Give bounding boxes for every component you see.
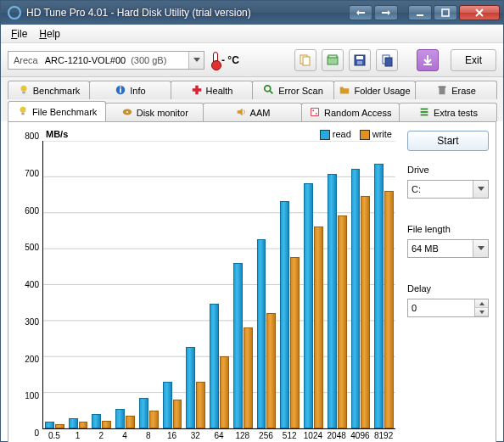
tab-error-scan[interactable]: Error Scan — [252, 81, 334, 99]
svg-rect-11 — [385, 58, 392, 66]
svg-line-21 — [270, 90, 273, 93]
drive-size: (300 gB) — [127, 55, 170, 65]
menubar: File Help — [1, 25, 503, 43]
spinner-down-icon[interactable] — [475, 308, 488, 316]
app-icon — [8, 6, 21, 20]
tab-row-2: File BenchmarkDisk monitorAAMRandom Acce… — [1, 99, 503, 121]
bar-read — [45, 422, 54, 428]
tab-folder-usage[interactable]: Folder Usage — [333, 81, 416, 99]
drive-model: ARC-1210-VOL#00 — [43, 55, 127, 65]
svg-rect-6 — [328, 55, 337, 58]
bar-read — [186, 347, 195, 428]
dice-icon — [309, 106, 321, 120]
svg-point-27 — [126, 111, 128, 113]
toolbar: Areca ARC-1210-VOL#00 (300 gB) - °C Exit — [1, 43, 503, 77]
tab-label: Random Access — [324, 108, 391, 118]
spinner-buttons[interactable] — [474, 299, 488, 316]
chart-ylabel: MB/s — [46, 129, 68, 139]
tab-info[interactable]: Info — [89, 81, 171, 99]
drive-select[interactable]: Areca ARC-1210-VOL#00 (300 gB) — [8, 51, 204, 70]
exit-label: Exit — [465, 54, 482, 66]
copy-info-button[interactable] — [294, 49, 316, 71]
speaker-icon — [235, 106, 247, 120]
chart-controls: Start Drive C: File length 64 MB Delay 0 — [407, 129, 489, 442]
folder-icon — [339, 84, 350, 98]
tab-label: Disk monitor — [137, 108, 188, 118]
drive-dropdown[interactable]: C: — [407, 180, 489, 199]
tab-label: AAM — [250, 108, 271, 118]
tab-extra-tests[interactable]: Extra tests — [399, 103, 497, 121]
tab-label: Info — [130, 86, 145, 96]
bar-read — [233, 263, 243, 429]
bar-write — [244, 327, 253, 428]
svg-rect-16 — [120, 88, 121, 92]
tab-benchmark[interactable]: Benchmark — [8, 81, 90, 99]
chart-plot — [42, 141, 395, 429]
tab-file-benchmark[interactable]: File Benchmark — [8, 101, 106, 121]
tab-label: Extra tests — [434, 108, 478, 118]
bar-read — [139, 398, 148, 428]
search-icon — [263, 84, 275, 98]
bar-write — [102, 421, 111, 428]
bar-write — [55, 424, 64, 428]
screenshot-button[interactable] — [322, 49, 344, 71]
copy-screenshot-button[interactable] — [376, 49, 398, 71]
titlebar-controls — [406, 5, 503, 20]
bar-write — [266, 313, 276, 428]
drive-value: C: — [412, 184, 421, 194]
chevron-down-icon — [473, 181, 488, 198]
bar-read — [328, 174, 337, 428]
chart-yticks: 0100200300400500600700800 — [15, 136, 41, 433]
menu-help[interactable]: Help — [34, 26, 65, 42]
svg-rect-28 — [311, 108, 319, 115]
menu-file[interactable]: File — [6, 26, 32, 42]
tab-row-1: BenchmarkInfoHealthError ScanFolder Usag… — [1, 77, 503, 99]
tab-label: Health — [206, 86, 233, 96]
window-title: HD Tune Pro 4.01 - Hard Disk Utility (tr… — [26, 7, 347, 19]
maximize-button[interactable] — [434, 5, 457, 20]
chevron-down-icon — [473, 240, 488, 257]
tab-content: MB/s readwrite 0100200300400500600700800… — [8, 121, 496, 442]
titlebar-extra2-button[interactable] — [374, 5, 398, 20]
svg-marker-44 — [478, 246, 484, 250]
tab-label: Error Scan — [278, 86, 323, 96]
tab-aam[interactable]: AAM — [203, 103, 301, 121]
spinner-up-icon[interactable] — [475, 299, 488, 308]
delay-label: Delay — [407, 283, 489, 294]
cross-icon — [191, 84, 203, 98]
titlebar-extra1-button[interactable] — [349, 5, 372, 20]
thermometer-icon — [213, 52, 218, 69]
bar-write — [220, 356, 229, 428]
svg-point-30 — [316, 112, 317, 114]
info-icon — [115, 84, 126, 98]
bar-read — [351, 169, 361, 428]
svg-rect-4 — [303, 57, 310, 65]
close-button[interactable] — [459, 5, 500, 20]
minimize-button[interactable] — [408, 5, 432, 20]
svg-point-20 — [265, 85, 271, 91]
disk-icon — [121, 106, 133, 120]
tab-label: Folder Usage — [354, 86, 410, 96]
delay-spinner[interactable]: 0 — [407, 299, 489, 317]
exit-button[interactable]: Exit — [451, 49, 496, 71]
trash-icon — [436, 84, 448, 98]
filelen-dropdown[interactable]: 64 MB — [407, 239, 489, 258]
bar-read — [163, 382, 172, 428]
svg-rect-0 — [417, 14, 423, 16]
svg-marker-45 — [479, 302, 484, 305]
svg-rect-25 — [21, 112, 25, 115]
svg-rect-22 — [440, 87, 445, 94]
tab-disk-monitor[interactable]: Disk monitor — [105, 103, 204, 121]
delay-value: 0 — [412, 303, 417, 313]
bar-read — [280, 201, 289, 428]
tab-health[interactable]: Health — [171, 81, 253, 99]
titlebar-extra-group — [347, 5, 401, 20]
start-button[interactable]: Start — [407, 131, 489, 151]
bar-write — [384, 191, 394, 429]
options-button[interactable] — [417, 49, 439, 71]
legend-write: write — [360, 129, 392, 140]
tab-erase[interactable]: Erase — [415, 81, 497, 99]
temperature: - °C — [213, 52, 239, 69]
save-button[interactable] — [349, 49, 371, 71]
tab-random-access[interactable]: Random Access — [301, 103, 400, 121]
